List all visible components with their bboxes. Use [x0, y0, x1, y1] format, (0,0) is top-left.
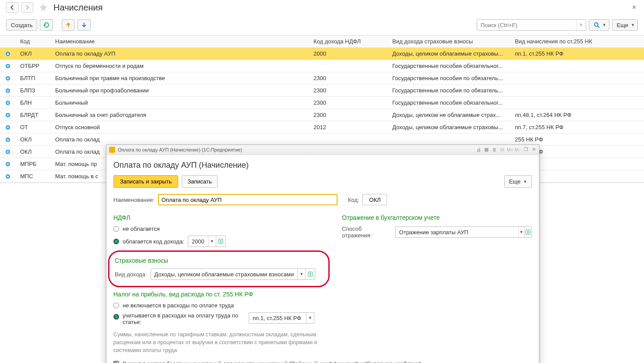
- nav-back-button[interactable]: [6, 2, 18, 13]
- accounting-label: Способ отражения:: [342, 226, 391, 239]
- base-accrual-label: Входит в состав базовых начислений для р…: [123, 360, 421, 363]
- ndfl-section-title: НДФЛ: [113, 214, 324, 221]
- row-icon: [0, 72, 16, 84]
- dialog-title: Оплата по окладу АУП (Начисление): [113, 161, 532, 170]
- page-header: Начисления ×: [0, 0, 644, 17]
- m-icon[interactable]: M: [499, 146, 506, 153]
- m-minus-icon[interactable]: M−: [514, 146, 521, 153]
- dialog-more-button[interactable]: Еще▼: [504, 175, 532, 188]
- svg-point-18: [7, 151, 9, 153]
- edit-dialog: Оплата по окладу АУП (Начисление) (1С:Пр…: [106, 144, 539, 363]
- print-icon[interactable]: 🖨: [475, 146, 482, 153]
- table-row[interactable]: ОТОтпуск основной2012Доходы, целиком обл…: [0, 121, 644, 134]
- row-icon: [0, 121, 16, 133]
- table-row[interactable]: БЛПЗБольничный при профзаболевании2300Го…: [0, 85, 644, 97]
- base-accrual-checkbox[interactable]: [113, 361, 119, 363]
- svg-point-0: [595, 23, 598, 26]
- nav-forward-button[interactable]: [21, 2, 33, 13]
- row-icon: [0, 170, 16, 182]
- code-input[interactable]: [362, 194, 387, 205]
- refresh-button[interactable]: [40, 19, 53, 31]
- income-type-combo[interactable]: Доходы, целиком облагаемые страховыми вз…: [151, 268, 316, 280]
- grid-icon[interactable]: ▦: [483, 146, 490, 153]
- code-label: Код:: [348, 197, 359, 203]
- search-dropdown-button[interactable]: ▼: [589, 19, 609, 31]
- dialog-titlebar[interactable]: Оплата по окладу АУП (Начисление) (1С:Пр…: [106, 145, 539, 155]
- svg-point-2: [7, 53, 9, 55]
- row-icon: [0, 48, 16, 60]
- open-ref-icon[interactable]: [524, 227, 531, 237]
- row-icon: [0, 134, 16, 145]
- grid-header: Код Наименование Код дохода НДФЛ Вид дох…: [0, 35, 644, 48]
- table-row[interactable]: ОКЛОплата по оклад255 НК РФ: [0, 134, 644, 146]
- window-restore-icon[interactable]: ❐: [522, 146, 529, 153]
- col-code[interactable]: Код: [16, 35, 51, 47]
- svg-point-8: [7, 90, 9, 92]
- window-close-icon[interactable]: ✕: [530, 146, 537, 153]
- save-and-close-button[interactable]: Записать и закрыть: [113, 175, 178, 188]
- accounting-section-title: Отражение в бухгалтерском учете: [342, 214, 532, 221]
- app-icon: [109, 147, 115, 153]
- page-close-button[interactable]: ×: [630, 2, 638, 13]
- chevron-down-icon[interactable]: ▼: [208, 236, 216, 247]
- highlighted-section: Страховые взносы Вид дохода: Доходы, цел…: [108, 250, 330, 287]
- row-icon: [0, 60, 16, 72]
- name-input[interactable]: [158, 194, 338, 205]
- search-box[interactable]: ×: [477, 19, 586, 31]
- tax-included-radio[interactable]: [113, 314, 119, 320]
- open-ref-icon[interactable]: [216, 236, 225, 247]
- page-title: Начисления: [53, 3, 103, 13]
- ndfl-taxed-radio[interactable]: [113, 239, 119, 244]
- calc-icon[interactable]: 🗓: [491, 146, 498, 153]
- col-st255[interactable]: Вид начисления по ст.255 НК: [510, 35, 644, 47]
- table-row[interactable]: ОТБРРОтпуск по беременности и родамГосуд…: [0, 60, 644, 72]
- create-button[interactable]: Создать: [6, 19, 37, 31]
- tax-article-combo[interactable]: пп.1, ст.255 НК РФ ▼: [249, 312, 314, 324]
- svg-point-20: [7, 163, 9, 165]
- tax-excluded-radio[interactable]: [113, 303, 119, 308]
- row-icon: [0, 97, 16, 109]
- export-up-button[interactable]: [62, 19, 75, 31]
- table-row[interactable]: БЛТПБольничный при травме на производств…: [0, 72, 644, 85]
- tax-section-title: Налог на прибыль, вид расхода по ст. 255…: [113, 291, 324, 298]
- col-strah[interactable]: Вид дохода страховые взносы: [388, 35, 510, 47]
- ndfl-code-combo[interactable]: 2000 ▼: [188, 236, 226, 247]
- table-row[interactable]: БЛРДТБольничный за счет работодателя2300…: [0, 109, 644, 121]
- svg-point-16: [7, 139, 9, 141]
- m-plus-icon[interactable]: M+: [507, 146, 514, 153]
- row-icon: [0, 85, 16, 96]
- save-button[interactable]: Записать: [182, 175, 218, 188]
- svg-point-6: [7, 78, 9, 79]
- row-icon: [0, 109, 16, 121]
- svg-point-4: [7, 65, 9, 67]
- search-input[interactable]: [477, 22, 576, 28]
- strah-section-title: Страховые взносы: [115, 257, 323, 264]
- tax-note: Суммы, начисленные по тарифным ставкам, …: [113, 331, 324, 354]
- chevron-down-icon[interactable]: ▼: [297, 269, 305, 279]
- svg-point-14: [7, 127, 9, 128]
- favorite-star-icon[interactable]: [39, 3, 48, 12]
- ndfl-not-taxed-radio[interactable]: [113, 226, 119, 232]
- svg-point-22: [7, 176, 9, 177]
- name-label: Наименование:: [113, 197, 155, 203]
- export-down-button[interactable]: [77, 19, 91, 31]
- col-ndfl[interactable]: Код дохода НДФЛ: [309, 35, 388, 47]
- reflection-combo[interactable]: Отражение зарплаты АУП ▼: [395, 226, 532, 238]
- dialog-window-title: Оплата по окладу АУП (Начисление) (1С:Пр…: [118, 147, 242, 152]
- toolbar: Создать × ▼ Еще▼: [0, 17, 644, 35]
- strah-label: Вид дохода:: [115, 271, 147, 278]
- svg-point-10: [7, 102, 9, 104]
- open-ref-icon[interactable]: [305, 269, 315, 279]
- table-row[interactable]: ОКЛОплата по окладу АУП2000Доходы, целик…: [0, 48, 644, 60]
- row-icon: [0, 146, 16, 158]
- table-row[interactable]: БЛНБольничный2300Государственные пособия…: [0, 97, 644, 109]
- row-icon: [0, 158, 16, 170]
- chevron-down-icon[interactable]: ▼: [518, 227, 524, 237]
- svg-point-12: [7, 114, 9, 116]
- search-clear-button[interactable]: ×: [576, 20, 586, 30]
- col-name[interactable]: Наименование: [51, 35, 309, 47]
- chevron-down-icon[interactable]: ▼: [306, 313, 314, 323]
- more-button[interactable]: Еще▼: [612, 19, 638, 31]
